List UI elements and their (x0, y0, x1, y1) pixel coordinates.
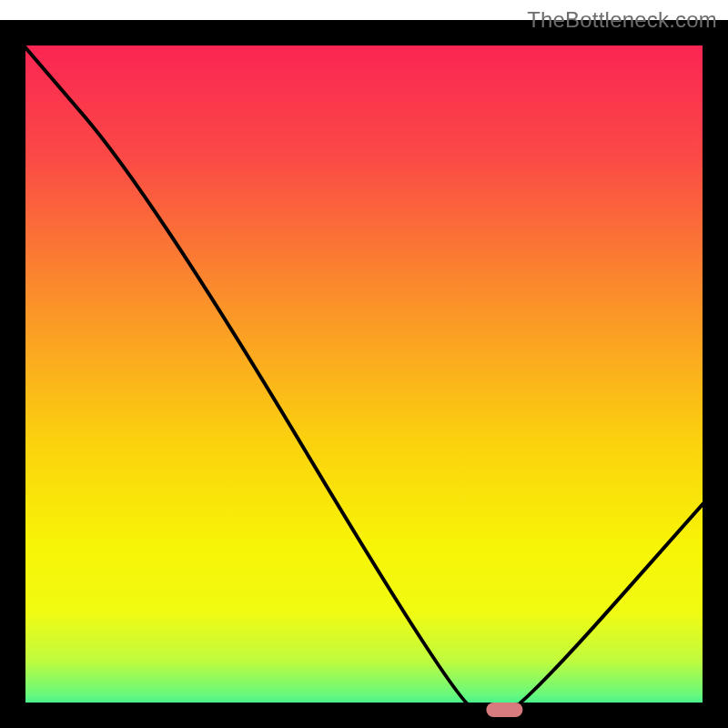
gradient-background (13, 33, 715, 715)
chart-container: TheBottleneck.com (0, 0, 728, 728)
watermark-text: TheBottleneck.com (527, 7, 717, 33)
optimal-marker (486, 703, 522, 717)
bottleneck-chart (0, 0, 728, 728)
